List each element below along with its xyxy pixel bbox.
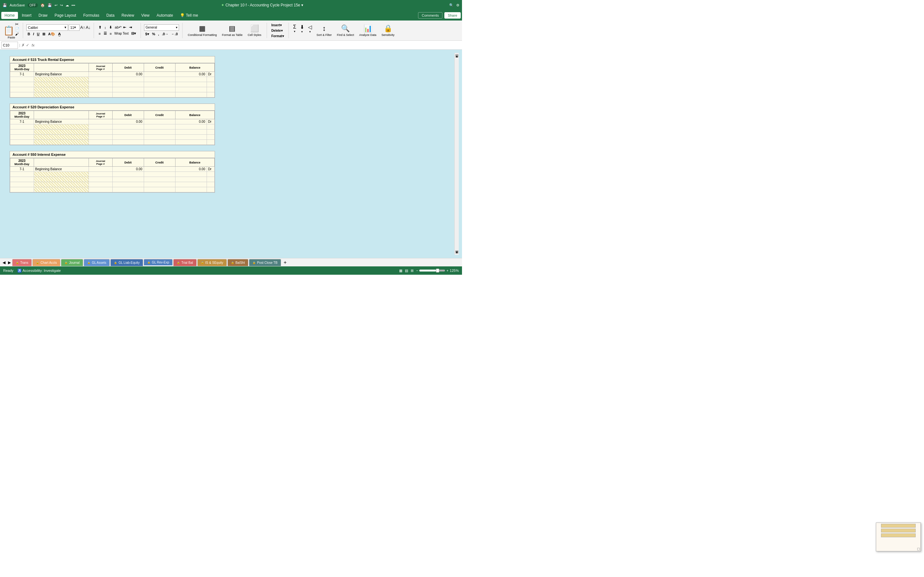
cell-550-2-credit[interactable] [144, 177, 175, 182]
cell-515-1-journal[interactable] [89, 77, 113, 82]
cell-520-4-balance[interactable] [175, 140, 207, 145]
scroll-tabs-right-button[interactable]: ▶ [7, 260, 12, 265]
cell-520-1-desc[interactable] [34, 124, 89, 129]
italic-button[interactable]: I [32, 31, 35, 37]
sheet-tab-glassets[interactable]: 🔒 GL Assets [84, 259, 110, 266]
cell-520-4-debit[interactable] [112, 140, 144, 145]
cell-515-4-dr[interactable] [207, 92, 215, 97]
cell-550-2-desc[interactable] [34, 177, 89, 182]
cell-520-0-desc[interactable]: Beginning Balance [34, 119, 89, 124]
cell-515-3-debit[interactable] [112, 87, 144, 92]
cell-515-2-date[interactable] [10, 82, 34, 87]
more-options-icon[interactable]: ••• [71, 3, 75, 7]
underline-button[interactable]: U [36, 31, 41, 37]
cut-button[interactable]: ✂ [15, 22, 19, 27]
font-size-dropdown[interactable]: 11 ▾ [69, 24, 79, 31]
decrease-font-button[interactable]: A↓ [86, 25, 90, 30]
cell-550-3-date[interactable] [10, 182, 34, 187]
scroll-up-button[interactable]: ▲ [455, 54, 459, 57]
cell-550-3-dr[interactable] [207, 182, 215, 187]
cell-520-3-balance[interactable] [175, 135, 207, 140]
cell-515-3-balance[interactable] [175, 87, 207, 92]
add-sheet-button[interactable]: + [282, 259, 288, 266]
cell-515-4-desc[interactable] [34, 92, 89, 97]
cell-520-3-dr[interactable] [207, 135, 215, 140]
zoom-out-button[interactable]: − [416, 269, 418, 272]
scroll-tabs-left-button[interactable]: ◀ [1, 260, 7, 265]
autosave-status[interactable]: OFF [27, 3, 38, 7]
cell-520-4-desc[interactable] [34, 140, 89, 145]
cell-550-0-journal[interactable] [89, 167, 113, 172]
zoom-slider-thumb[interactable] [436, 269, 439, 272]
home-icon[interactable]: 🏠 [40, 3, 45, 7]
cell-520-4-credit[interactable] [144, 140, 175, 145]
cell-520-4-date[interactable] [10, 140, 34, 145]
cell-520-2-journal[interactable] [89, 129, 113, 135]
align-bottom-button[interactable]: ⬇ [108, 25, 113, 30]
vertical-scrollbar[interactable]: ▲ ▼ [454, 53, 459, 255]
sensitivity-button[interactable]: 🔒 Sensitivity [380, 23, 397, 38]
increase-font-button[interactable]: A↑ [80, 25, 85, 30]
cell-515-2-dr[interactable] [207, 82, 215, 87]
menu-item-draw[interactable]: Draw [35, 12, 51, 19]
cell-515-2-credit[interactable] [144, 82, 175, 87]
cell-550-3-balance[interactable] [175, 182, 207, 187]
cell-550-4-credit[interactable] [144, 187, 175, 192]
cell-550-0-balance[interactable]: 0.00 [175, 167, 207, 172]
share-button[interactable]: Share [444, 12, 461, 19]
cell-515-4-debit[interactable] [112, 92, 144, 97]
cell-520-3-desc[interactable] [34, 135, 89, 140]
cell-550-4-date[interactable] [10, 187, 34, 192]
cell-515-0-balance[interactable]: 0.00 [175, 72, 207, 77]
align-right-button[interactable]: ≡ [108, 31, 113, 36]
cell-550-4-balance[interactable] [175, 187, 207, 192]
cell-550-4-desc[interactable] [34, 187, 89, 192]
cell-550-0-dr[interactable]: Dr [207, 167, 215, 172]
page-layout-view-button[interactable]: ▤ [405, 269, 408, 273]
cell-550-3-journal[interactable] [89, 182, 113, 187]
fill-button[interactable]: ⬇ ▾ [299, 23, 305, 38]
cell-520-3-debit[interactable] [112, 135, 144, 140]
cell-520-3-journal[interactable] [89, 135, 113, 140]
wrap-text-button[interactable]: Wrap Text [113, 31, 129, 35]
cell-550-0-credit[interactable] [144, 167, 175, 172]
cell-520-2-debit[interactable] [112, 129, 144, 135]
cell-515-0-journal[interactable] [89, 72, 113, 77]
sheet-tab-postclosetb[interactable]: 🔒 Post Close TB [249, 259, 281, 266]
increase-decimal-button[interactable]: .0→ [161, 31, 170, 37]
cell-550-1-balance[interactable] [175, 172, 207, 177]
paste-button[interactable]: 📋 [3, 25, 15, 36]
percent-button[interactable]: % [151, 31, 157, 37]
bold-button[interactable]: B [26, 31, 31, 37]
menu-item-pagelayout[interactable]: Page Layout [51, 12, 79, 19]
cell-520-1-balance[interactable] [175, 124, 207, 129]
border-button[interactable]: ⊞ [41, 31, 47, 37]
cell-515-3-dr[interactable] [207, 87, 215, 92]
copy-button[interactable]: 📄 [15, 27, 19, 31]
comma-button[interactable]: , [157, 31, 160, 37]
cell-520-2-desc[interactable] [34, 129, 89, 135]
text-direction-button[interactable]: ab↶ [115, 25, 121, 29]
cell-550-0-desc[interactable]: Beginning Balance [34, 167, 89, 172]
cell-550-2-debit[interactable] [112, 177, 144, 182]
cell-550-0-debit[interactable]: 0.00 [112, 167, 144, 172]
cell-515-0-dr[interactable]: Dr [207, 72, 215, 77]
cell-reference-box[interactable]: C10 [1, 42, 18, 49]
scroll-down-button[interactable]: ▼ [455, 250, 459, 253]
sheet-tab-chartaccts[interactable]: 🔒 Chart Accts [32, 259, 60, 266]
formula-input[interactable] [37, 42, 461, 49]
comments-button[interactable]: Comments [418, 12, 442, 19]
menu-item-formulas[interactable]: Formulas [80, 12, 102, 19]
cell-520-0-debit[interactable]: 0.00 [112, 119, 144, 124]
indent-increase-button[interactable]: ⇥ [128, 25, 133, 30]
cell-550-2-dr[interactable] [207, 177, 215, 182]
insert-button[interactable]: Insert▾ [270, 23, 283, 27]
menu-item-automate[interactable]: Automate [153, 12, 176, 19]
menu-item-view[interactable]: View [138, 12, 153, 19]
cell-515-2-journal[interactable] [89, 82, 113, 87]
menu-item-data[interactable]: Data [103, 12, 118, 19]
cell-515-0-desc[interactable]: Beginning Balance [34, 72, 89, 77]
cell-styles-button[interactable]: ⬜ Cell Styles [246, 23, 263, 38]
cell-550-1-date[interactable] [10, 172, 34, 177]
cell-520-0-dr[interactable]: Dr [207, 119, 215, 124]
